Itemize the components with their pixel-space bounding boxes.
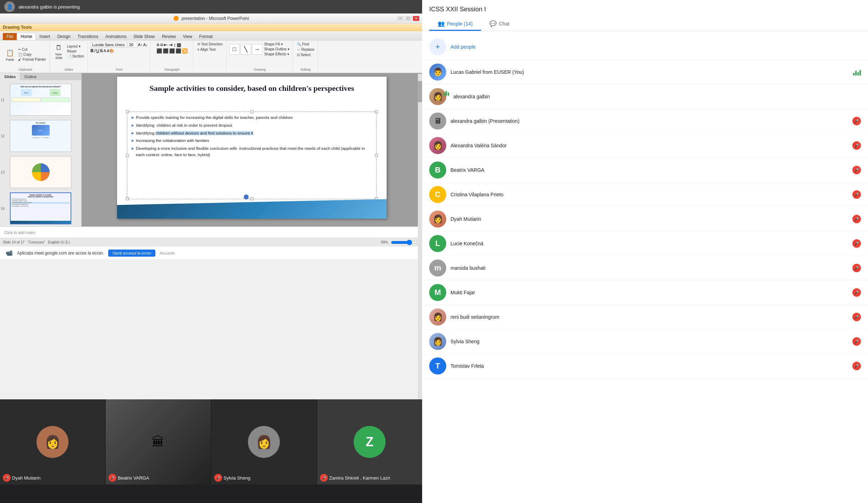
handle-tr[interactable]: [375, 110, 378, 113]
italic-button[interactable]: I: [94, 48, 95, 53]
shape-effects-button[interactable]: Shape Effects ▾: [263, 52, 291, 56]
replace-button[interactable]: ↔ Replace: [296, 47, 315, 52]
mute-sylvia-list: 🎤: [852, 337, 861, 346]
align-text-button[interactable]: ≡ Align Text: [196, 47, 223, 52]
speaking-indicator-alexandra: [443, 89, 449, 96]
tab-chat[interactable]: 💬 Chat: [481, 17, 518, 31]
strikethrough-button[interactable]: S: [100, 48, 103, 53]
layout-button[interactable]: Layout ▾: [66, 44, 85, 49]
outline-tab[interactable]: Outline: [20, 73, 41, 80]
close-button[interactable]: ✕: [413, 16, 419, 21]
slide-thumb-12[interactable]: For school: diagram For parents → For ch…: [10, 120, 71, 152]
handle-mr[interactable]: [375, 154, 378, 157]
stop-sharing-button[interactable]: Opriți accesul la ecran: [108, 250, 155, 257]
mute-dyah: 🎤: [3, 474, 11, 482]
text-direction-button[interactable]: ⟲ Text Direction: [196, 42, 223, 47]
tab-file[interactable]: File: [3, 33, 17, 40]
presenter-avatar: 👤: [4, 1, 15, 12]
font-grow-button[interactable]: A↑: [138, 43, 143, 47]
font-size-field[interactable]: 26: [127, 42, 137, 48]
person-item-alexandra-presentation: 🖥 alexandra galbin (Presentation) 🎤: [422, 109, 868, 133]
speaking-indicator-lucas: [853, 69, 861, 76]
right-panel: ICSS XXII Session I 👥 People (14) 💬 Chat…: [422, 0, 868, 503]
avatar-lucie: L: [429, 235, 446, 252]
font-name-field[interactable]: Lucida Sans Unico: [90, 42, 127, 48]
tab-format[interactable]: Format: [196, 33, 216, 40]
avatar-valeria: 👩: [429, 137, 446, 154]
font-shrink-button[interactable]: A↓: [143, 43, 148, 47]
mute-beatrix: 🎤: [109, 474, 116, 482]
handle-tm[interactable]: [250, 110, 253, 113]
tab-people-label: People (14): [447, 21, 472, 27]
person-item-alexandra: 👩 alexandra galbin: [422, 84, 868, 109]
mute-cristina: 🎤: [852, 190, 861, 199]
vertical-scrollbar[interactable]: [418, 74, 422, 226]
slide-canvas[interactable]: Sample activities to consider, based on …: [117, 77, 387, 219]
select-button[interactable]: ⊡ Select: [296, 53, 315, 57]
format-painter-button[interactable]: 🖌 Format Painter: [17, 57, 47, 62]
font-color-button[interactable]: A🎨: [107, 49, 114, 53]
people-list: + Add people 👨 Lucas Gabriel from EUSER …: [422, 31, 868, 503]
smartart-button[interactable]: 🔀: [182, 48, 188, 54]
shape-arrow-button[interactable]: →: [252, 44, 262, 55]
maximize-button[interactable]: □: [405, 16, 411, 21]
shape-outline-button[interactable]: Shape Outline ▾: [263, 47, 291, 51]
bullets-button[interactable]: ≡: [156, 42, 159, 48]
slides-tab[interactable]: Slides: [0, 73, 20, 80]
decrease-indent-button[interactable]: ⇤: [164, 42, 168, 48]
columns-button[interactable]: ▦: [177, 42, 181, 48]
shape-line-button[interactable]: ╲: [241, 44, 251, 55]
slide-thumb-14[interactable]: Sample activities to consider,based on c…: [10, 192, 71, 224]
person-item-dyah: 👩 Dyah Mutiarin 🎤: [422, 207, 868, 231]
notes-placeholder: Click to add notes: [4, 230, 35, 235]
tab-transitions[interactable]: Transitions: [74, 33, 102, 40]
text-shadow-button[interactable]: A: [104, 49, 106, 53]
bold-button[interactable]: B: [90, 48, 94, 53]
handle-ml[interactable]: [126, 154, 129, 157]
justify-button[interactable]: ⬛: [176, 48, 181, 54]
add-people-button[interactable]: + Add people: [422, 34, 868, 60]
handle-tl[interactable]: [126, 110, 129, 113]
increase-indent-button[interactable]: ⇥: [168, 42, 173, 48]
underline-button[interactable]: U: [96, 48, 99, 53]
shape-rect-button[interactable]: □: [229, 44, 240, 55]
tab-people[interactable]: 👥 People (14): [429, 17, 481, 31]
tab-design[interactable]: Design: [54, 33, 74, 40]
tab-slideshow[interactable]: Slide Show: [130, 33, 158, 40]
section-button[interactable]: 📑 Section: [66, 54, 85, 59]
name-sylvia: Sylvia Sheng: [223, 475, 250, 481]
tab-insert[interactable]: Insert: [36, 33, 54, 40]
cut-button[interactable]: ✂ Cut: [17, 47, 47, 52]
name-cristina-list: Cristina Vilaplana Prieto: [450, 192, 848, 197]
tab-animations[interactable]: Animations: [102, 33, 130, 40]
find-button[interactable]: 🔍 Find: [296, 42, 315, 47]
tab-review[interactable]: Review: [158, 33, 179, 40]
line-spacing-button[interactable]: ↕: [173, 42, 176, 48]
numbering-button[interactable]: ≡: [160, 42, 163, 48]
avatar-reni: 👩: [429, 308, 446, 326]
handle-bm[interactable]: [250, 197, 253, 200]
handle-bl[interactable]: [126, 197, 129, 200]
shape-fill-button[interactable]: Shape Fill ▾: [263, 42, 291, 47]
paste-button[interactable]: 📋 Paste: [4, 47, 16, 62]
slide-thumb-11[interactable]: How can we improve the educational metho…: [10, 84, 71, 116]
align-left-button[interactable]: ⬛: [156, 48, 162, 54]
zoom-slider[interactable]: [391, 240, 419, 245]
minimize-button[interactable]: ─: [397, 16, 404, 21]
tab-home[interactable]: Home: [17, 33, 36, 40]
slide-thumb-13[interactable]: [10, 156, 71, 188]
zoom-level: 69%: [381, 240, 388, 244]
editing-label: Editing: [301, 68, 311, 71]
reset-button[interactable]: Reset: [66, 49, 85, 54]
hide-button[interactable]: Ascunde: [160, 251, 175, 255]
tab-view[interactable]: View: [179, 33, 196, 40]
avatar-cristina-list: C: [429, 186, 446, 203]
person-item-marsida: m marsida bushati 🎤: [422, 256, 868, 280]
align-center-button[interactable]: ⬛: [163, 48, 168, 54]
new-slide-button[interactable]: 🗒 NewSlide: [52, 42, 65, 60]
slide-bullet-2: ▸ Identifying children at risk in order …: [132, 122, 372, 129]
align-right-button[interactable]: ⬛: [169, 48, 175, 54]
mute-tomislav: 🎤: [852, 362, 861, 370]
notes-bar[interactable]: Click to add notes: [0, 226, 422, 238]
copy-button[interactable]: 📋 Copy: [17, 52, 47, 57]
